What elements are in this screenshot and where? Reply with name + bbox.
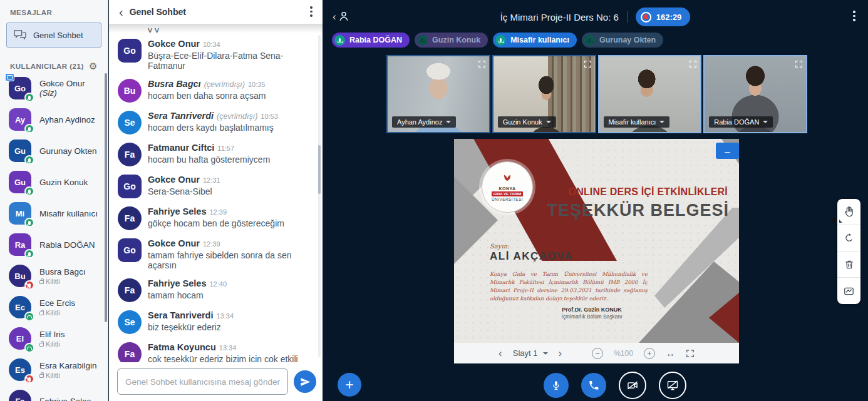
avatar: Fa xyxy=(118,206,142,230)
leave-audio-button[interactable] xyxy=(581,373,606,398)
webcam-name-label[interactable]: Misafir kullanıcı xyxy=(604,116,670,128)
user-list-item[interactable]: Ay Ayhan Aydinoz xyxy=(0,104,108,135)
user-list-scrollbar[interactable] xyxy=(105,73,107,322)
public-chat-panel: ‹ Genel Sohbet y y Go Gokce Onur10:34 Bü… xyxy=(109,0,323,401)
fullscreen-icon[interactable] xyxy=(689,59,697,71)
avatar: Fa xyxy=(118,278,142,302)
webcam-tile[interactable]: Ayhan Aydinoz xyxy=(386,55,490,133)
user-name: Esra Karabilgin xyxy=(39,361,97,370)
undo-annotation-button[interactable] xyxy=(837,225,860,251)
chevron-down-icon xyxy=(546,121,551,123)
message-input[interactable] xyxy=(117,368,288,395)
user-list-item[interactable]: Mi Misafir kullanıcı xyxy=(0,198,108,229)
message-author: Gokce Onur xyxy=(148,238,200,248)
chat-item-label: Genel Sohbet xyxy=(33,31,83,40)
chat-scrollbar-thumb[interactable] xyxy=(318,145,321,194)
locked-label: Kilitli xyxy=(46,372,60,379)
fullscreen-icon[interactable] xyxy=(795,59,803,71)
avatar: Go xyxy=(118,238,142,262)
tulip-emblem-icon xyxy=(500,173,514,186)
talking-badge[interactable]: Gurunay Okten xyxy=(582,33,663,48)
sidebar-item-public-chat[interactable]: Genel Sohbet xyxy=(6,23,101,48)
message-text: hocam ders kaydı başlatılmamış xyxy=(148,123,278,133)
locked-label: Kilitli xyxy=(46,309,60,317)
avatar: Gu xyxy=(9,171,31,193)
avatar: Fa xyxy=(118,342,142,362)
talking-badge[interactable]: Rabia DOĞAN xyxy=(332,33,410,48)
chevron-down-icon xyxy=(659,121,664,123)
avatar: Ra xyxy=(9,233,31,256)
message-time: 12:40 xyxy=(210,280,227,288)
toggle-userlist-button[interactable]: ‹ xyxy=(333,10,350,23)
avatar-initials: Go xyxy=(14,84,26,93)
previous-slide-button[interactable]: ‹ xyxy=(499,348,502,358)
message-time: 10:34 xyxy=(203,41,220,48)
tool-corner-indicator xyxy=(839,220,842,223)
webcam-tile[interactable]: Misafir kullanıcı xyxy=(598,55,702,133)
share-webcam-button[interactable] xyxy=(619,372,646,399)
fullscreen-icon[interactable] xyxy=(478,59,486,71)
user-list-item[interactable]: Gu Guzin Konuk xyxy=(0,166,108,198)
chat-back-chevron-icon[interactable]: ‹ xyxy=(119,6,123,18)
fullscreen-presentation-button[interactable] xyxy=(686,349,695,358)
locked-label: Kilitli xyxy=(46,278,60,285)
options-menu-icon[interactable] xyxy=(853,11,855,23)
main-stage: ‹ İç Mimari Proje-II Ders No: 6 162:29 R… xyxy=(323,0,868,401)
webcam-tile[interactable]: Guzin Konuk xyxy=(492,55,596,133)
message-text: tamam fahriye sibelden sonra da sen açar… xyxy=(148,250,314,270)
zoom-in-button[interactable]: + xyxy=(644,348,655,359)
chat-message: Go Gokce Onur10:34 Büşra-Ece-Elif-Dilara… xyxy=(118,39,314,71)
user-list-item[interactable]: Bu Busra BagcıKilitli xyxy=(0,260,108,292)
webcam-name-label[interactable]: Rabia DOĞAN xyxy=(709,116,773,128)
zoom-out-button[interactable]: − xyxy=(592,348,603,359)
user-list-item[interactable]: Go Gokce Onur (Siz) xyxy=(0,73,108,104)
webcam-name-label[interactable]: Guzin Konuk xyxy=(498,116,556,128)
chat-message: Fa Fatmanur Ciftci11:57 hocam bu hafta g… xyxy=(118,143,314,166)
user-name: Busra Bagcı xyxy=(39,267,86,277)
screenshare-badge-icon xyxy=(5,73,14,81)
chat-options-menu-icon[interactable] xyxy=(310,6,313,19)
slide-selector[interactable]: Slayt 1 xyxy=(513,348,548,358)
user-name: Misafir kullanıcı xyxy=(39,209,98,218)
certificate-subtitle: ONLINE DERS İÇİ ETKİNLİKLERİ xyxy=(569,186,728,198)
mic-icon xyxy=(417,35,428,46)
chat-bubbles-icon xyxy=(13,29,27,41)
message-text: hocam bu hafta gösteremiycem xyxy=(148,155,270,165)
trash-icon xyxy=(844,259,855,270)
recording-timer[interactable]: 162:29 xyxy=(636,8,690,26)
mute-button[interactable] xyxy=(544,373,569,398)
actions-plus-button[interactable]: + xyxy=(338,373,361,397)
user-list-item[interactable]: Gu Gurunay Okten xyxy=(0,135,108,166)
certificate-signature: Prof.Dr. Güzin KONUK İçmimarlık Bölüm Ba… xyxy=(548,307,636,320)
next-slide-button[interactable]: › xyxy=(559,348,562,358)
chevron-down-icon xyxy=(763,121,768,123)
talking-badge[interactable]: Misafir kullanıcı xyxy=(493,33,577,48)
share-screen-button[interactable] xyxy=(659,372,686,399)
chevron-left-icon: ‹ xyxy=(333,11,336,22)
send-message-button[interactable] xyxy=(294,370,316,393)
user-name: Gokce Onur xyxy=(39,79,85,88)
user-list-item[interactable]: Ec Ece ErcisKilitli xyxy=(0,292,108,323)
user-list-item[interactable]: Es Esra KarabilginKilitli xyxy=(0,354,108,385)
mic-icon xyxy=(584,35,595,46)
fullscreen-icon[interactable] xyxy=(584,59,592,71)
user-list-item[interactable]: Ra Rabia DOĞAN xyxy=(0,229,108,260)
hand-tool-button[interactable] xyxy=(837,199,860,225)
minimize-presentation-button[interactable]: – xyxy=(716,143,739,159)
talking-badge[interactable]: Guzin Konuk xyxy=(415,33,488,48)
fit-to-width-button[interactable]: ↔ xyxy=(666,348,675,358)
offline-suffix: (çevrimdışı) xyxy=(217,112,257,121)
tools-palette-button[interactable] xyxy=(837,278,860,304)
message-author: Sera Tanriverdi xyxy=(148,310,214,320)
message-list: Go Gokce Onur10:34 Büşra-Ece-Elif-Dilara… xyxy=(109,34,323,362)
annotation-tool-icon xyxy=(843,285,855,297)
user-list-item[interactable]: Fa Fahriye Seles xyxy=(0,385,108,401)
user-list-item[interactable]: El Elif IrisKilitli xyxy=(0,323,108,354)
clear-annotations-button[interactable] xyxy=(837,251,860,278)
slide-canvas[interactable]: KONYA GIDA VE TARIM ÜNİVERSİTESİ ONLINE … xyxy=(454,139,739,343)
chat-message: Fa Fahriye Seles12:39 gökçe hocam ben de… xyxy=(118,206,314,230)
message-time: 10:35 xyxy=(248,81,266,88)
avatar: Go xyxy=(118,175,142,198)
webcam-tile[interactable]: Rabia DOĞAN xyxy=(703,55,807,133)
webcam-name-label[interactable]: Ayhan Aydinoz xyxy=(392,116,456,128)
